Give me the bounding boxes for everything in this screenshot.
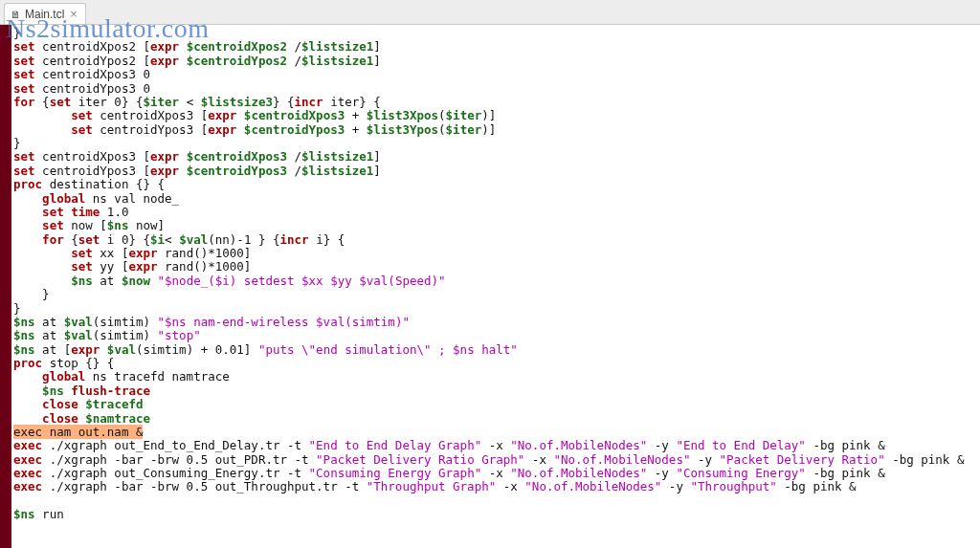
tab-bar: 🗎 Main.tcl ×	[0, 0, 980, 25]
code-content[interactable]: } set centroidXpos2 [expr $centroidXpos2…	[11, 25, 980, 548]
tab-filename: Main.tcl	[25, 8, 64, 21]
editor-area[interactable]: } set centroidXpos2 [expr $centroidXpos2…	[0, 25, 980, 548]
file-tab[interactable]: 🗎 Main.tcl ×	[4, 3, 86, 24]
editor-gutter	[0, 25, 11, 548]
file-icon: 🗎	[11, 9, 21, 20]
close-icon[interactable]: ×	[70, 8, 78, 20]
